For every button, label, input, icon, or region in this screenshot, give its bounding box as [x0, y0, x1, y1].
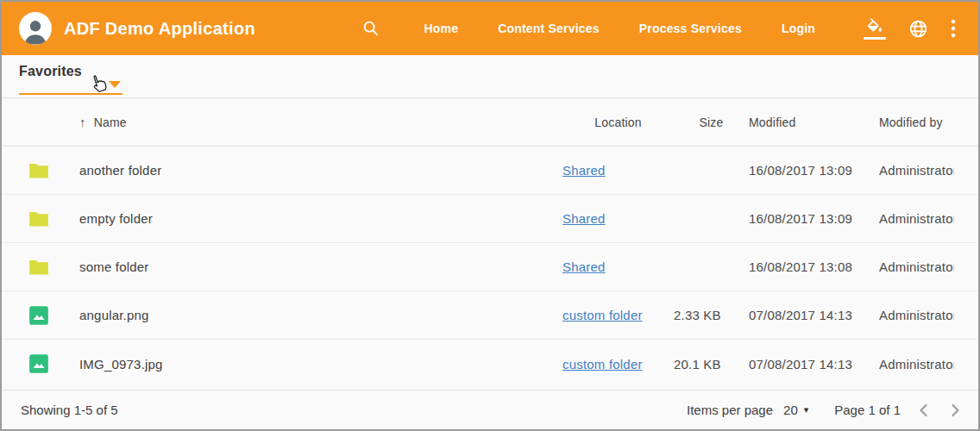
- view-selector-bar: Favorites: [2, 55, 978, 98]
- location-link[interactable]: custom folder: [562, 357, 643, 372]
- image-file-icon: [28, 304, 50, 327]
- items-per-page-select[interactable]: 20 ▾: [783, 403, 808, 417]
- dropdown-caret-icon[interactable]: [109, 81, 121, 88]
- location-link[interactable]: Shared: [562, 259, 606, 274]
- image-file-icon: [28, 353, 50, 375]
- location-cell: custom folder: [562, 357, 674, 372]
- column-header-modified-by[interactable]: Modified by: [879, 116, 954, 129]
- showing-range-label: Showing 1-5 of 5: [21, 403, 118, 417]
- location-link[interactable]: custom folder: [562, 308, 643, 322]
- modified-cell: 16/08/2017 13:08: [749, 259, 879, 274]
- sort-ascending-icon: ↑: [79, 115, 86, 129]
- modified-cell: 16/08/2017 13:09: [749, 163, 879, 178]
- location-cell: custom folder: [562, 308, 674, 322]
- paint-bucket-icon: [865, 18, 884, 35]
- modified-cell: 16/08/2017 13:09: [749, 211, 879, 226]
- items-per-page-value: 20: [783, 403, 798, 417]
- column-header-size[interactable]: Size: [674, 116, 749, 129]
- folder-icon: [28, 159, 50, 182]
- nav-process-services[interactable]: Process Services: [639, 22, 742, 35]
- table-row[interactable]: empty folder Shared 16/08/2017 13:09 Adm…: [2, 195, 978, 243]
- table-row[interactable]: angular.png custom folder 2.33 KB 07/08/…: [2, 291, 978, 340]
- modified-by-cell: Administrator: [879, 308, 954, 322]
- modified-by-cell: Administrator: [879, 259, 954, 274]
- location-link[interactable]: Shared: [562, 163, 606, 178]
- modified-cell: 07/08/2017 14:13: [749, 308, 879, 322]
- table-row[interactable]: another folder Shared 16/08/2017 13:09 A…: [2, 147, 978, 195]
- row-icon-cell: [28, 353, 79, 375]
- column-header-modified[interactable]: Modified: [749, 116, 879, 129]
- folder-icon: [28, 208, 50, 230]
- document-list-body: another folder Shared 16/08/2017 13:09 A…: [2, 147, 978, 388]
- chevron-right-icon: [950, 403, 961, 417]
- person-silhouette-icon: [21, 17, 50, 45]
- nav-login[interactable]: Login: [782, 22, 815, 35]
- modified-by-cell: Administrator: [879, 211, 954, 226]
- user-avatar-icon: [19, 12, 52, 45]
- favorites-label: Favorites: [19, 64, 82, 78]
- next-page-button[interactable]: [946, 400, 964, 421]
- row-icon-cell: [28, 256, 79, 278]
- chevron-left-icon: [918, 403, 929, 417]
- paginator: Showing 1-5 of 5 Items per page 20 ▾ Pag…: [2, 390, 978, 429]
- select-caret-icon: ▾: [804, 404, 809, 415]
- modified-by-cell: Administrator: [879, 163, 954, 178]
- location-cell: Shared: [562, 259, 674, 274]
- name-cell[interactable]: IMG_0973.jpg: [79, 357, 562, 372]
- more-menu-button[interactable]: [947, 16, 959, 41]
- active-tab-underline: [19, 93, 122, 95]
- column-header-name[interactable]: ↑ Name: [79, 115, 562, 129]
- paginator-controls: Items per page 20 ▾ Page 1 of 1: [687, 400, 964, 421]
- name-cell[interactable]: another folder: [79, 163, 562, 178]
- location-link[interactable]: Shared: [562, 211, 606, 226]
- globe-icon: [908, 19, 928, 39]
- language-button[interactable]: [905, 16, 932, 42]
- nav-home[interactable]: Home: [424, 22, 458, 35]
- nav-content-services[interactable]: Content Services: [498, 22, 600, 35]
- app-title: ADF Demo Application: [64, 19, 255, 39]
- name-cell[interactable]: some folder: [79, 259, 562, 274]
- name-cell[interactable]: angular.png: [79, 308, 562, 322]
- theme-color-button[interactable]: [860, 15, 889, 43]
- app-header: ADF Demo Application Home Content Servic…: [2, 2, 978, 55]
- size-cell: 2.33 KB: [674, 308, 749, 322]
- appbar-actions: Home Content Services Process Services L…: [358, 15, 959, 43]
- row-icon-cell: [28, 208, 79, 230]
- table-row[interactable]: some folder Shared 16/08/2017 13:08 Admi…: [2, 243, 978, 291]
- app-window: ADF Demo Application Home Content Servic…: [0, 0, 980, 431]
- search-icon: [361, 19, 380, 38]
- previous-page-button[interactable]: [914, 400, 933, 421]
- appbar-tool-icons: [845, 15, 959, 43]
- row-icon-cell: [28, 159, 79, 182]
- kebab-menu-icon: [951, 19, 956, 38]
- column-header-location[interactable]: Location: [562, 116, 674, 129]
- modified-cell: 07/08/2017 14:13: [749, 357, 879, 372]
- row-icon-cell: [28, 304, 79, 327]
- name-cell[interactable]: empty folder: [79, 211, 562, 226]
- favorites-dropdown[interactable]: Favorites: [19, 64, 122, 79]
- location-cell: Shared: [562, 163, 674, 178]
- theme-color-indicator: [864, 37, 886, 40]
- folder-icon: [28, 256, 50, 278]
- size-cell: 20.1 KB: [674, 357, 749, 372]
- search-button[interactable]: [358, 16, 384, 41]
- document-list-header: ↑ Name Location Size Modified Modified b…: [2, 98, 978, 147]
- location-cell: Shared: [562, 211, 674, 226]
- modified-by-cell: Administrator: [879, 357, 954, 372]
- table-row[interactable]: IMG_0973.jpg custom folder 20.1 KB 07/08…: [2, 340, 978, 388]
- page-of-label: Page 1 of 1: [834, 403, 901, 417]
- document-list: ↑ Name Location Size Modified Modified b…: [2, 98, 978, 390]
- items-per-page-label: Items per page: [687, 403, 773, 417]
